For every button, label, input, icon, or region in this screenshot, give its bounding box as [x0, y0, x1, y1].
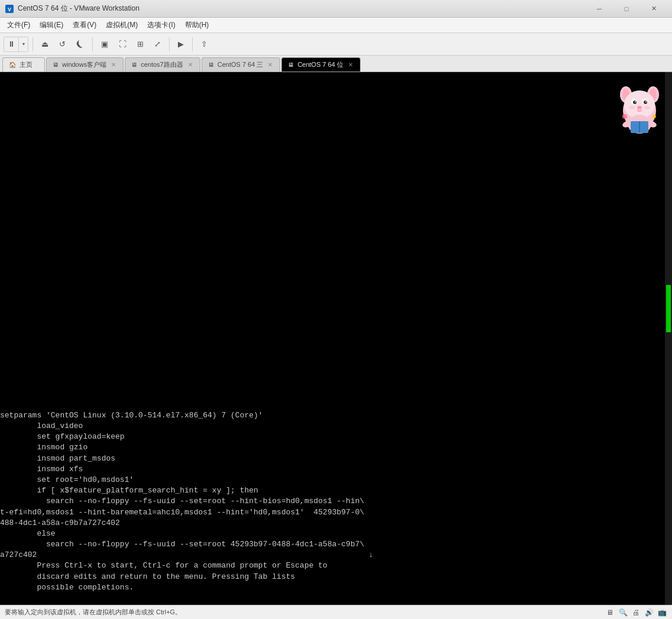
terminal-line: Press Ctrl-x to start, Ctrl-c for a comm…	[0, 560, 665, 571]
window-controls: ─ □ ✕	[586, 0, 667, 18]
status-icons: 🖥 🔍 🖨 🔊 📺	[605, 607, 667, 618]
pause-button[interactable]: ⏸	[4, 37, 19, 52]
terminal-line: if [ x$feature_platform_search_hint = xy…	[0, 485, 665, 496]
vm-settings-button[interactable]: ▣	[97, 36, 112, 53]
revert-button[interactable]: ↺	[55, 36, 70, 53]
menu-tabs[interactable]: 选项卡(I)	[142, 18, 180, 33]
minimize-button[interactable]: ─	[586, 0, 613, 18]
svg-point-11	[644, 101, 647, 104]
tab-windows-icon: 🖥	[53, 61, 59, 68]
menu-bar: 文件(F) 编辑(E) 查看(V) 虚拟机(M) 选项卡(I) 帮助(H)	[0, 18, 672, 33]
fit-icon: ⤢	[154, 40, 161, 48]
tab-windows-client[interactable]: 🖥 windows客户端 ✕	[46, 57, 124, 72]
monitor-icon[interactable]: 🖥	[605, 607, 615, 618]
terminal-line: insmod xfs	[0, 464, 665, 475]
terminal-line: 488-4dc1-a58a-c9b7a727c402	[0, 518, 665, 529]
terminal-line: possible completions.	[0, 582, 665, 593]
tab-centos3-close[interactable]: ✕	[267, 61, 274, 68]
tab-windows-close[interactable]: ✕	[110, 61, 117, 68]
network-icon[interactable]: 🔍	[618, 607, 628, 618]
home-icon: 🏠	[9, 61, 16, 68]
separator-1	[33, 37, 33, 51]
tab-home[interactable]: 🏠 主页	[2, 57, 45, 72]
tab-active-close[interactable]: ✕	[347, 61, 354, 68]
scrollbar-track	[665, 72, 672, 605]
scrollbar-indicator	[666, 285, 671, 332]
menu-file[interactable]: 文件(F)	[2, 18, 35, 33]
terminal-line: search --no-floppy --fs-uuid --set=root …	[0, 539, 665, 550]
terminal-content: setparams 'CentOS Linux (3.10.0-514.el7.…	[0, 398, 665, 605]
svg-point-16	[644, 106, 650, 109]
extra-icon: ⇧	[201, 40, 207, 48]
vm-area[interactable]: setparams 'CentOS Linux (3.10.0-514.el7.…	[0, 72, 672, 605]
tab-centos-router[interactable]: 🖥 centos7路由器 ✕	[125, 57, 200, 72]
status-message: 要将输入定向到该虚拟机，请在虚拟机内部单击或按 Ctrl+G。	[5, 608, 600, 617]
terminal-line: set gfxpayload=keep	[0, 432, 665, 442]
power-icon: ⏏	[41, 40, 48, 48]
maximize-button[interactable]: □	[613, 0, 640, 18]
usb-icon[interactable]: 🖨	[631, 607, 641, 618]
title-bar: V CentOS 7 64 位 - VMware Workstation ─ □…	[0, 0, 672, 18]
extra-button[interactable]: ⇧	[197, 36, 212, 53]
tab-home-label: 主页	[20, 60, 33, 69]
tab-centos3-icon: 🖥	[208, 61, 214, 68]
power-button[interactable]: ⏏	[37, 36, 53, 53]
terminal[interactable]: setparams 'CentOS Linux (3.10.0-514.el7.…	[0, 72, 672, 605]
terminal-line: search --no-floppy --fs-uuid --set=root …	[0, 496, 665, 507]
scrollbar[interactable]	[665, 72, 672, 605]
terminal-line: else	[0, 529, 665, 539]
svg-text:V: V	[8, 7, 11, 12]
fit-button[interactable]: ⤢	[150, 36, 165, 53]
unity-button[interactable]: ⊞	[133, 36, 148, 53]
tab-centos-active[interactable]: 🖥 CentOS 7 64 位 ✕	[281, 57, 361, 72]
svg-point-10	[633, 101, 637, 104]
display-icon[interactable]: 📺	[657, 607, 667, 618]
svg-point-22	[622, 114, 627, 119]
unity-icon: ⊞	[137, 40, 144, 48]
svg-point-15	[629, 106, 635, 109]
tab-active-label: CentOS 7 64 位	[297, 60, 343, 69]
toolbar: ⏸ ▾ ⏏ ↺ ⏾ ▣ ⛶ ⊞ ⤢ ▶ ⇧	[0, 33, 672, 56]
terminal-line: insmod gzio	[0, 442, 665, 453]
svg-point-7	[624, 90, 655, 119]
terminal-line: set root='hd0,msdos1'	[0, 475, 665, 485]
console-button[interactable]: ▶	[174, 36, 188, 53]
pause-icon: ⏸	[8, 40, 15, 48]
menu-help[interactable]: 帮助(H)	[180, 18, 214, 33]
tab-bar: 🏠 主页 🖥 windows客户端 ✕ 🖥 centos7路由器 ✕ 🖥 Cen…	[0, 56, 672, 72]
close-button[interactable]: ✕	[640, 0, 667, 18]
svg-point-12	[635, 101, 636, 102]
tab-centos3-label: CentOS 7 64 三	[217, 60, 264, 69]
terminal-line: a727c402 ↓	[0, 550, 665, 560]
tab-active-icon: 🖥	[288, 61, 294, 68]
fullscreen-button[interactable]: ⛶	[115, 36, 131, 53]
fullscreen-icon: ⛶	[119, 40, 126, 48]
menu-view[interactable]: 查看(V)	[68, 18, 101, 33]
separator-3	[169, 37, 170, 51]
svg-point-14	[637, 106, 642, 109]
terminal-line: insmod part_msdos	[0, 453, 665, 464]
separator-2	[92, 37, 93, 51]
tab-centos-3[interactable]: 🖥 CentOS 7 64 三 ✕	[202, 57, 281, 72]
revert-icon: ↺	[59, 40, 66, 48]
suspend-icon: ⏾	[76, 40, 84, 48]
tab-router-close[interactable]: ✕	[187, 61, 194, 68]
suspend-button[interactable]: ⏾	[72, 36, 88, 53]
status-bar: 要将输入定向到该虚拟机，请在虚拟机内部单击或按 Ctrl+G。 🖥 🔍 🖨 🔊 …	[0, 605, 672, 619]
mascot-image	[613, 78, 666, 137]
tab-router-label: centos7路由器	[141, 60, 183, 69]
sound-icon[interactable]: 🔊	[644, 607, 654, 618]
terminal-line: setparams 'CentOS Linux (3.10.0-514.el7.…	[0, 410, 665, 421]
pause-dropdown-button[interactable]: ▾	[19, 37, 28, 52]
tab-windows-label: windows客户端	[62, 60, 106, 69]
terminal-line: load_video	[0, 421, 665, 432]
menu-vm[interactable]: 虚拟机(M)	[101, 18, 142, 33]
settings-icon: ▣	[101, 40, 108, 48]
terminal-line: t-efi=hd0,msdos1 --hint-baremetal=ahci0,…	[0, 507, 665, 518]
menu-edit[interactable]: 编辑(E)	[35, 18, 68, 33]
vmware-icon: V	[5, 4, 14, 14]
svg-point-13	[645, 101, 647, 102]
pause-control: ⏸ ▾	[4, 37, 28, 52]
svg-point-23	[652, 115, 656, 118]
console-icon: ▶	[178, 40, 184, 48]
